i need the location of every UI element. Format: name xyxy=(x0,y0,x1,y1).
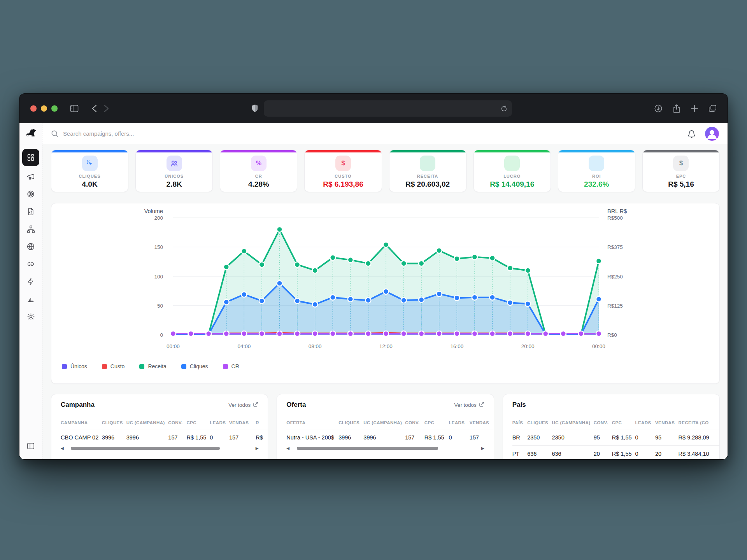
external-link-icon xyxy=(253,402,258,408)
legend-item-cliques[interactable]: Cliques xyxy=(181,363,208,369)
ver-todos-link[interactable]: Ver todos xyxy=(228,402,258,408)
back-button[interactable] xyxy=(92,105,97,112)
sidebar-item-network[interactable] xyxy=(22,222,39,236)
minimize-button[interactable] xyxy=(41,105,47,112)
table-panel-oferta: OfertaVer todosOFERTACLIQUESUC (CAMPANHA… xyxy=(277,394,494,459)
trending-up-icon xyxy=(504,156,520,171)
sidebar-item-zap[interactable] xyxy=(22,275,39,289)
svg-text:00:00: 00:00 xyxy=(592,343,605,349)
column-header: UC (CAMPANHA) xyxy=(552,416,593,429)
avatar[interactable] xyxy=(705,127,719,141)
app-main: CLIQUES4.0KÚNICOS2.8K%CR4.28%$CUSTOR$ 6.… xyxy=(42,123,728,459)
data-table: CAMPANHACLIQUESUC (CAMPANHA)CONV.CPCLEAD… xyxy=(61,416,268,445)
stat-card-label: LUCRO xyxy=(474,174,551,178)
scroll-right-arrow[interactable]: ▶ xyxy=(481,446,484,450)
cart-icon xyxy=(420,156,435,171)
scrollbar-track[interactable] xyxy=(291,447,480,450)
sidebar-item-bar-chart[interactable] xyxy=(22,292,39,306)
stat-card-roi: ROI232.6% xyxy=(558,150,635,192)
scrollbar-thumb[interactable] xyxy=(71,447,220,450)
stat-card-value: R$ 6.193,86 xyxy=(305,180,381,189)
horizontal-scrollbar[interactable]: ◀▶ xyxy=(61,446,258,451)
svg-text:100: 100 xyxy=(154,274,163,280)
scroll-left-arrow[interactable]: ◀ xyxy=(286,446,289,450)
table-cell: BR xyxy=(512,429,528,446)
browser-window: CLIQUES4.0KÚNICOS2.8K%CR4.28%$CUSTOR$ 6.… xyxy=(19,93,728,460)
reload-icon[interactable] xyxy=(501,105,507,112)
column-header: VENDAS xyxy=(229,416,256,429)
scroll-right-arrow[interactable]: ▶ xyxy=(256,446,259,450)
legend-swatch xyxy=(139,364,144,369)
ver-todos-link[interactable]: Ver todos xyxy=(454,402,484,408)
legend-item-cr[interactable]: CR xyxy=(223,363,239,369)
column-header: UC (CAMPANHA) xyxy=(363,416,405,429)
table-panel-title: Oferta xyxy=(286,401,306,409)
sidebar-item-settings[interactable] xyxy=(22,310,39,324)
legend-item-unicos[interactable]: Únicos xyxy=(62,363,87,369)
percent-icon: % xyxy=(251,156,267,171)
scrollbar-track[interactable] xyxy=(65,447,254,450)
svg-text:Volume: Volume xyxy=(144,208,163,214)
forward-button[interactable] xyxy=(104,105,109,112)
column-header: CPC xyxy=(612,416,635,429)
column-header: CLIQUES xyxy=(102,416,126,429)
scroll-left-arrow[interactable]: ◀ xyxy=(61,446,64,450)
legend-item-custo[interactable]: Custo xyxy=(102,363,125,369)
chart-panel: VolumeBRL R$0R$050R$125100R$250150R$3752… xyxy=(51,203,720,384)
table-row: CBO CAMP 0239963996157R$ 1,550157R$ xyxy=(61,429,268,446)
sidebar-item-megaphone[interactable] xyxy=(22,170,39,184)
app-root: CLIQUES4.0KÚNICOS2.8K%CR4.28%$CUSTOR$ 6.… xyxy=(19,123,728,459)
table-cell: R$ 1,55 xyxy=(424,429,449,446)
legend-label: Cliques xyxy=(190,363,208,369)
search-input[interactable] xyxy=(63,130,250,137)
sidebar-item-globe[interactable] xyxy=(22,240,39,254)
column-header: CONV. xyxy=(405,416,424,429)
column-header: LEADS xyxy=(635,416,655,429)
close-button[interactable] xyxy=(30,105,37,112)
table-cell: R$ 1,55 xyxy=(187,429,210,446)
card-accent-bar xyxy=(474,150,551,152)
svg-text:R$375: R$375 xyxy=(607,244,623,250)
table-cell: 95 xyxy=(655,429,679,446)
column-header: RECEITA (CO xyxy=(679,416,719,429)
app-logo[interactable] xyxy=(19,123,42,145)
share-icon[interactable] xyxy=(673,104,680,113)
card-accent-bar xyxy=(51,150,128,152)
tab-overview-icon[interactable] xyxy=(708,105,717,112)
sidebar-item-file-code[interactable] xyxy=(22,205,39,219)
sidebar-item-link[interactable] xyxy=(22,257,39,271)
legend-item-receita[interactable]: Receita xyxy=(139,363,166,369)
scrollbar-thumb[interactable] xyxy=(297,447,438,450)
table-cell: 95 xyxy=(594,429,612,446)
stat-card-value: 4.0K xyxy=(51,180,128,189)
legend-label: Receita xyxy=(148,363,166,369)
stat-card-unicos: ÚNICOS2.8K xyxy=(135,150,213,192)
column-header: VENDAS xyxy=(470,416,494,429)
url-bar[interactable] xyxy=(264,100,512,117)
stat-card-custo: $CUSTOR$ 6.193,86 xyxy=(304,150,382,192)
sidebar-item-layout-dashboard[interactable] xyxy=(22,149,39,166)
horizontal-scrollbar[interactable]: ◀▶ xyxy=(286,446,484,451)
svg-text:0: 0 xyxy=(160,332,163,338)
svg-text:150: 150 xyxy=(154,244,163,250)
collapse-sidebar-icon[interactable] xyxy=(22,439,39,453)
sidebar-toggle-icon[interactable] xyxy=(70,105,79,112)
table-cell: Nutra - USA - 200$ xyxy=(286,429,338,446)
sidebar-nav xyxy=(22,149,39,324)
table-cell: 636 xyxy=(527,446,552,460)
downloads-icon[interactable] xyxy=(654,104,663,113)
zoom-button[interactable] xyxy=(51,105,58,112)
dog-logo-icon xyxy=(25,128,37,140)
svg-text:R$125: R$125 xyxy=(607,303,623,309)
stat-card-receita: RECEITAR$ 20.603,02 xyxy=(389,150,466,192)
table-cell: R$ 1,55 xyxy=(612,429,635,446)
sidebar-item-target[interactable] xyxy=(22,187,39,201)
column-header: OFERTA xyxy=(286,416,338,429)
privacy-shield-icon[interactable] xyxy=(251,104,258,113)
card-accent-bar xyxy=(305,150,381,152)
stat-card-label: ROI xyxy=(558,174,635,178)
notifications-bell-icon[interactable] xyxy=(687,130,696,138)
new-tab-icon[interactable] xyxy=(691,105,698,112)
table-cell: 0 xyxy=(449,429,469,446)
external-link-icon xyxy=(479,402,484,408)
